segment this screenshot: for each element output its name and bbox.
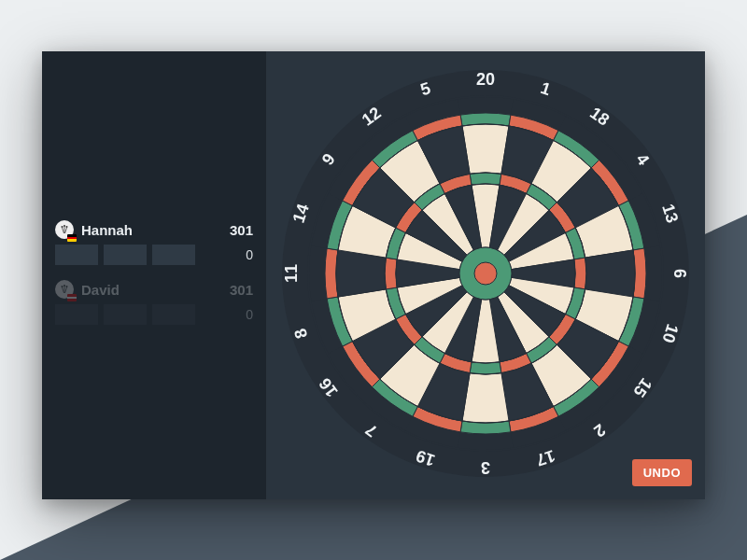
throw-slot[interactable]: [55, 304, 98, 325]
svg-text:3: 3: [481, 458, 490, 477]
throw-slot[interactable]: [55, 245, 98, 265]
board-panel: 2011841361015217319716811149125 UNDO: [266, 51, 705, 499]
game-card: Hannah 301 0 David: [42, 51, 705, 499]
svg-point-8: [474, 262, 497, 285]
avatar: [55, 220, 74, 239]
sidebar: Hannah 301 0 David: [42, 51, 266, 499]
throw-slot[interactable]: [104, 304, 147, 325]
svg-point-4: [63, 285, 65, 287]
dartboard[interactable]: 2011841361015217319716811149125: [280, 68, 691, 483]
flag-icon: [67, 234, 77, 242]
player-row[interactable]: David 301 0: [42, 274, 266, 334]
player-score: 301: [230, 222, 253, 238]
player-name: David: [81, 282, 120, 298]
undo-button[interactable]: UNDO: [632, 459, 692, 486]
player-list: Hannah 301 0 David: [42, 215, 266, 334]
svg-text:6: 6: [670, 269, 689, 278]
svg-text:11: 11: [282, 264, 301, 283]
svg-point-3: [62, 286, 63, 287]
throw-slot[interactable]: [152, 304, 195, 325]
svg-point-0: [62, 226, 63, 228]
flag-icon: [67, 294, 77, 301]
player-row[interactable]: Hannah 301 0: [42, 215, 266, 274]
svg-point-2: [66, 226, 68, 228]
turn-total: 0: [201, 307, 253, 322]
player-score: 301: [230, 282, 253, 298]
svg-point-1: [63, 225, 65, 227]
player-name: Hannah: [81, 222, 133, 238]
turn-total: 0: [201, 247, 253, 262]
svg-text:20: 20: [476, 70, 495, 89]
avatar: [55, 280, 74, 299]
throw-slot[interactable]: [104, 245, 147, 265]
svg-point-5: [66, 286, 68, 287]
throw-slot[interactable]: [152, 245, 195, 265]
